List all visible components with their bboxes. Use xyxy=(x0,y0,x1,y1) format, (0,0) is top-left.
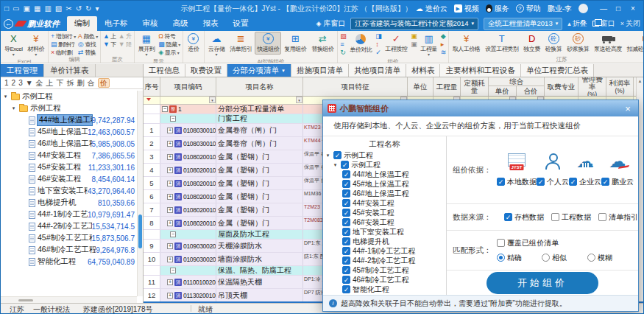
checkbox-checked-icon[interactable]: ✓ xyxy=(333,151,342,159)
tree-item[interactable]: 44#安装工程7,386,865.56 xyxy=(1,150,143,161)
expand-icon[interactable]: + xyxy=(167,128,173,133)
cut-icon[interactable]: ✂ xyxy=(66,4,71,13)
tab-工程信息[interactable]: 工程信息 xyxy=(144,64,185,77)
checkbox-checked-icon[interactable]: ✓ xyxy=(342,218,350,226)
mini-flag-button[interactable]: ▧ xyxy=(339,32,347,40)
filter-dropdown-icon[interactable]: ▾ xyxy=(209,97,216,103)
close-tab-button[interactable]: × 关闭 xyxy=(620,18,640,29)
checkbox-checked-icon[interactable]: ✓ xyxy=(497,178,505,186)
checkbox-checked-icon[interactable]: ✓ xyxy=(342,266,350,274)
promote-button[interactable]: ▲升 xyxy=(118,32,132,40)
dialog-close-icon[interactable]: × xyxy=(622,103,634,114)
radio-icon[interactable] xyxy=(587,254,595,262)
add-row-button[interactable]: +增加行▾ xyxy=(50,32,77,40)
checkbox-checked-icon[interactable]: ✓ xyxy=(342,170,350,178)
undo-icon[interactable]: ↺ xyxy=(76,4,82,13)
library-window-button[interactable]: ◈ 库窗口 xyxy=(316,18,345,29)
left-tab-工程管理[interactable]: 工程管理 xyxy=(1,64,44,77)
tree-item[interactable]: 45#安装工程11,233,301.16 xyxy=(1,161,143,173)
cost-cloud-button[interactable]: ☁造价云 xyxy=(416,4,447,14)
mini-adjust-button[interactable]: ↕ xyxy=(375,41,382,48)
checkbox-icon[interactable] xyxy=(598,213,606,221)
expand-icon[interactable]: + xyxy=(167,220,173,226)
tree-item[interactable]: 电梯提升机810,359.66 xyxy=(1,197,143,209)
checkbox-checked-icon[interactable]: ✓ xyxy=(601,178,609,186)
mini-tool-button[interactable]: ◆ xyxy=(440,32,447,40)
collapse-icon[interactable]: − xyxy=(170,231,176,237)
mini-wave-button[interactable]: ≋ xyxy=(440,49,447,56)
dialog-tree-item[interactable]: ✓46#地上保温工程 xyxy=(323,189,446,198)
checkbox-checked-icon[interactable]: ✓ xyxy=(537,178,545,186)
temp-delete-button[interactable]: ×临时删 xyxy=(50,49,77,56)
excel-export-button[interactable]: X导Excel▾ xyxy=(2,32,25,58)
expand-icon[interactable]: + xyxy=(167,181,173,186)
checkbox-checked-icon[interactable]: ✓ xyxy=(342,189,350,198)
pump-height-button[interactable]: 泵送砼高度 xyxy=(592,32,624,55)
tree-item[interactable]: 智能化工程64,759,040.89 xyxy=(1,256,143,268)
quick-pricing-button[interactable]: ¥快速组价 xyxy=(255,32,281,55)
expand-icon[interactable]: + xyxy=(167,279,173,285)
checkbox-option[interactable]: ✓个人云 xyxy=(537,177,569,187)
concrete-convert-button[interactable]: 砼砼换算 xyxy=(543,32,565,55)
hide-button[interactable]: ▩隐藏▾ xyxy=(158,41,181,48)
checkbox-checked-icon[interactable]: ✓ xyxy=(569,178,577,186)
tree-tool-6[interactable]: 下 xyxy=(57,78,64,88)
list-guide-button[interactable]: ≣清单指引 xyxy=(227,32,254,55)
checkbox-option[interactable]: ✓鹏业云 xyxy=(601,177,634,187)
tree-tool-9[interactable]: 合 xyxy=(88,78,95,88)
collapse-icon[interactable]: − xyxy=(162,106,168,112)
open-file-icon[interactable]: ▭ xyxy=(13,4,19,13)
expand-icon[interactable]: + xyxy=(167,154,173,160)
mini-refresh-button[interactable]: ↻ xyxy=(339,49,347,56)
dialog-tree-item[interactable]: ✓44#安装工程 xyxy=(323,198,446,208)
back-button[interactable]: ← xyxy=(4,19,13,29)
dialog-tree-item[interactable]: ▾✓示例工程 xyxy=(323,150,446,160)
menu-tab-审核[interactable]: 审核 xyxy=(135,16,166,31)
expand-icon[interactable]: + xyxy=(167,257,173,262)
tree-item[interactable]: 45#制冷工艺工程15,873,506.7 xyxy=(1,232,143,244)
start-pricing-button[interactable]: 开始组价 xyxy=(486,272,598,294)
caret-down-icon[interactable]: ▾ xyxy=(10,105,17,111)
left-tab-单价计算表[interactable]: 单价计算表 xyxy=(44,64,96,77)
filter-cell[interactable]: ▾ xyxy=(216,97,303,104)
delete-row-button[interactable]: ▤删除行 xyxy=(50,41,77,48)
expand-icon[interactable]: + xyxy=(167,207,173,213)
filter-dropdown-icon[interactable]: ▾ xyxy=(296,97,302,103)
quota-standard-select[interactable]: 江苏省建筑与装饰工程计价定额2014 ▾ xyxy=(350,18,478,30)
demote-button[interactable]: ▼降 xyxy=(118,41,132,48)
tab-分部分项清单[interactable]: 分部分项清单▼ xyxy=(227,64,291,77)
unlock-button[interactable]: ▣ xyxy=(410,41,417,48)
checkbox-option[interactable]: 覆盖已组价清单 xyxy=(497,238,632,248)
checkbox-checked-icon[interactable]: ✓ xyxy=(342,228,350,236)
lock-button[interactable]: ▣ xyxy=(410,32,417,40)
mini-run-button[interactable]: ▸ xyxy=(440,41,447,48)
checkbox-option[interactable]: 清单指引 xyxy=(598,212,638,223)
caret-down-icon[interactable]: ▾ xyxy=(325,153,331,158)
pump-fee-button[interactable]: 扣减砼输送泵车费 xyxy=(625,32,643,55)
expand-icon[interactable]: + xyxy=(167,167,173,173)
tree-tool-5[interactable]: 上 xyxy=(46,78,54,88)
filter-cell[interactable]: ▾ xyxy=(160,97,216,104)
tree-tool-8[interactable]: 删 xyxy=(77,78,85,88)
reuse-pricing-button[interactable]: ⊞复用组价 xyxy=(282,32,308,55)
replace-button[interactable]: ⇄替换 xyxy=(77,49,99,56)
dialog-tree-item[interactable]: ✓智能化工程 xyxy=(323,285,446,294)
tree-tool-1[interactable]: 2 xyxy=(12,79,16,87)
checkbox-option[interactable]: 工程数据 xyxy=(551,212,591,223)
cost-button[interactable]: ¥造价 xyxy=(185,32,202,55)
expand-icon[interactable]: + xyxy=(167,141,173,147)
expand-to-button[interactable]: ▦展开到▾ xyxy=(136,32,158,58)
quantity-button[interactable]: ▥工程量▾ xyxy=(418,32,439,58)
collapse-icon[interactable]: − xyxy=(170,116,176,122)
replace-pricing-button[interactable]: ⇄替换组价 xyxy=(309,32,336,55)
checkbox-checked-icon[interactable]: ✓ xyxy=(342,285,350,293)
tab-取费设置[interactable]: 取费设置 xyxy=(185,64,227,77)
copy-icon[interactable]: ▥ xyxy=(44,4,51,13)
close-button[interactable]: × xyxy=(626,4,640,13)
dialog-tree-item[interactable]: ✓46#制冷工艺工程 xyxy=(323,275,446,285)
menu-tab-编制[interactable]: 编制 xyxy=(67,16,97,31)
tab-单位工程费汇总表[interactable]: 单位工程费汇总表 xyxy=(521,64,594,77)
menu-tab-电子标[interactable]: 电子标 xyxy=(97,16,135,31)
dialog-tree-item[interactable]: ✓地下室安装工程 xyxy=(323,227,446,237)
maximize-button[interactable]: □ xyxy=(612,4,625,13)
